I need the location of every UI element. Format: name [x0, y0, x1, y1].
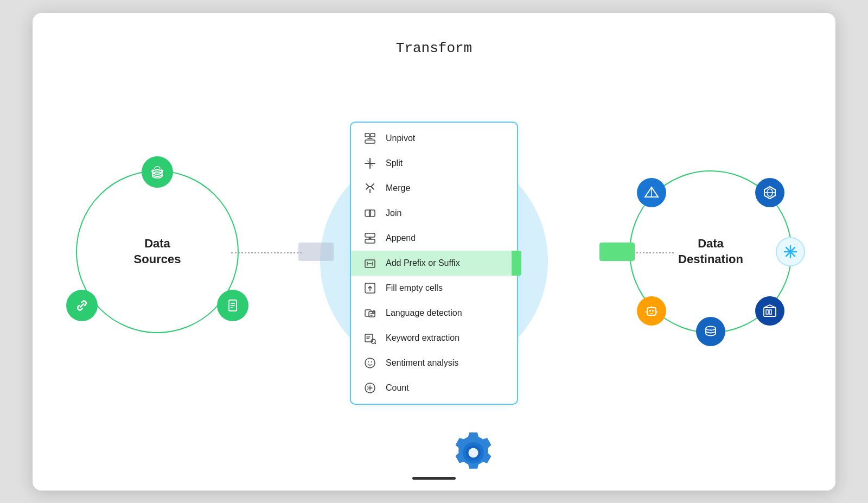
svg-rect-6 [365, 133, 369, 136]
svg-rect-51 [649, 310, 651, 311]
dest-warehouse-icon [755, 296, 784, 326]
keyword-extraction-label: Keyword extraction [386, 333, 459, 342]
link-icon [66, 290, 98, 321]
count-icon [363, 380, 377, 394]
fill-empty-icon [363, 281, 377, 295]
split-label: Split [386, 158, 403, 168]
prefix-suffix-icon [363, 256, 377, 270]
svg-point-47 [789, 250, 792, 253]
gear-icon-area [448, 426, 499, 480]
dotted-line-left [231, 252, 302, 253]
svg-rect-50 [647, 308, 656, 315]
svg-rect-52 [652, 310, 654, 311]
transform-menu: Unpivot Split [350, 121, 518, 404]
data-sources-label: Data Sources [134, 236, 181, 267]
svg-point-33 [368, 361, 369, 362]
document-icon [217, 290, 248, 321]
menu-item-merge[interactable]: Merge [351, 175, 517, 200]
menu-item-count[interactable]: Count [351, 375, 517, 400]
unpivot-icon [363, 131, 377, 145]
main-window: Transform Data [33, 13, 835, 491]
sentiment-analysis-icon [363, 355, 377, 370]
svg-rect-8 [365, 139, 375, 143]
svg-point-57 [706, 326, 716, 330]
append-icon [363, 231, 377, 245]
dest-stack-icon [696, 317, 725, 346]
menu-item-join[interactable]: Join [351, 200, 517, 225]
dotted-line-right [630, 252, 674, 253]
append-label: Append [386, 233, 416, 243]
dest-azure-icon [637, 178, 666, 207]
transform-title: Transform [396, 40, 472, 56]
count-label: Count [386, 383, 409, 392]
menu-item-unpivot[interactable]: Unpivot [351, 125, 517, 150]
svg-rect-7 [371, 133, 375, 136]
svg-point-39 [469, 448, 478, 457]
dest-storage-icon [755, 178, 784, 207]
dest-ml-icon [637, 296, 666, 326]
svg-point-34 [371, 361, 372, 362]
connection-bar-left [298, 243, 334, 261]
data-sources-circle: Data Sources [76, 170, 239, 333]
green-highlight-bar [512, 250, 521, 275]
connection-bar-right [599, 243, 635, 261]
menu-item-fill-empty[interactable]: Fill empty cells [351, 275, 517, 300]
svg-point-26 [372, 310, 375, 313]
merge-icon [363, 181, 377, 195]
data-sources-section: Data Sources [76, 170, 239, 333]
cloud-database-icon [142, 156, 173, 188]
menu-item-add-prefix-suffix[interactable]: Add Prefix or Suffix [351, 250, 517, 275]
svg-rect-60 [769, 310, 771, 314]
split-icon [363, 156, 377, 170]
language-detection-label: Language detection [386, 308, 462, 317]
svg-point-32 [365, 358, 375, 367]
svg-rect-15 [365, 233, 375, 237]
menu-item-language-detection[interactable]: Language detection [351, 300, 517, 325]
dest-snowflake-icon [776, 237, 805, 266]
menu-item-append[interactable]: Append [351, 225, 517, 250]
menu-item-keyword-extraction[interactable]: Keyword extraction [351, 325, 517, 350]
unpivot-label: Unpivot [386, 133, 415, 143]
sentiment-analysis-label: Sentiment analysis [386, 358, 458, 367]
join-icon [363, 206, 377, 220]
svg-rect-16 [365, 239, 375, 243]
language-detection-icon [363, 305, 377, 320]
merge-label: Merge [386, 183, 410, 193]
join-label: Join [386, 208, 401, 218]
add-prefix-suffix-label: Add Prefix or Suffix [386, 258, 460, 268]
data-destination-label: Data Destination [678, 236, 743, 267]
menu-item-split[interactable]: Split [351, 150, 517, 175]
svg-point-14 [368, 209, 372, 216]
keyword-extraction-icon [363, 330, 377, 345]
canvas: Transform Data [33, 13, 835, 491]
svg-line-29 [375, 342, 376, 343]
svg-rect-59 [766, 310, 768, 314]
fill-empty-label: Fill empty cells [386, 283, 443, 292]
menu-item-sentiment-analysis[interactable]: Sentiment analysis [351, 350, 517, 375]
